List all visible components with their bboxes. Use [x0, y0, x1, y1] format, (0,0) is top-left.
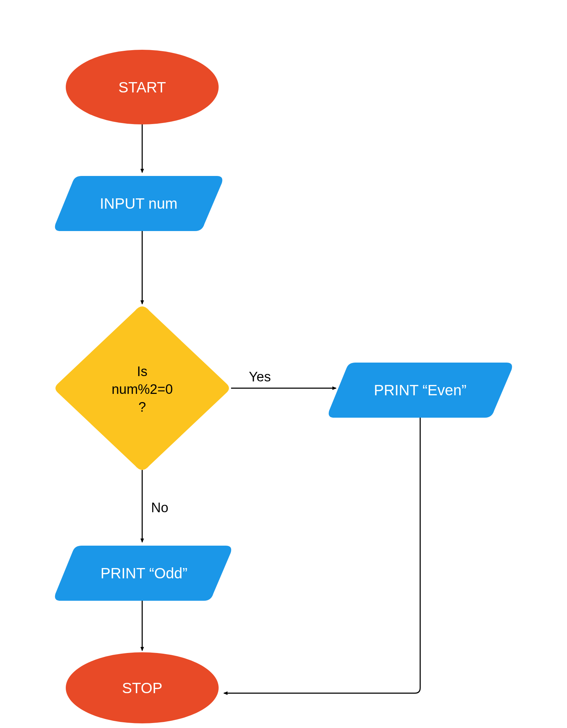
edge-no-label: No — [151, 500, 169, 515]
edge-even-to-stop — [224, 418, 420, 693]
edge-no: No — [142, 470, 169, 542]
node-decision: Is num%2=0 ? — [55, 306, 229, 470]
print-odd-label: PRINT “Odd” — [101, 565, 187, 582]
input-label: INPUT num — [100, 195, 178, 212]
node-start: START — [66, 50, 219, 124]
edge-yes: Yes — [231, 369, 336, 388]
stop-label: STOP — [122, 680, 162, 696]
node-stop: STOP — [66, 652, 219, 723]
decision-line3: ? — [138, 400, 146, 414]
decision-line2: num%2=0 — [112, 382, 173, 397]
node-input: INPUT num — [55, 176, 223, 231]
print-even-label: PRINT “Even” — [374, 382, 467, 398]
node-print-odd: PRINT “Odd” — [55, 546, 231, 601]
flowchart-canvas: START INPUT num Is num%2=0 ? Yes PRINT “… — [0, 0, 567, 728]
decision-line1: Is — [137, 364, 148, 379]
node-print-even: PRINT “Even” — [329, 363, 512, 418]
edge-yes-label: Yes — [249, 369, 271, 384]
start-label: START — [118, 79, 166, 96]
